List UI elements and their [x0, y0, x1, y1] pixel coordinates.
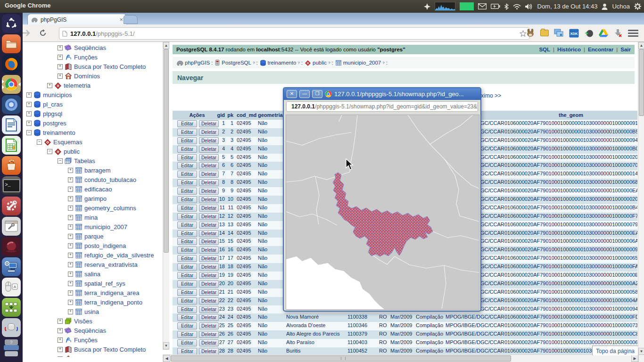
- edit-button[interactable]: Editar: [177, 146, 197, 153]
- edit-button[interactable]: Editar: [177, 263, 197, 271]
- cell-the-geom[interactable]: 0106000020AF7901000100000001030000000100…: [504, 179, 637, 185]
- bluetooth-icon[interactable]: [504, 3, 509, 10]
- tree-expander-icon[interactable]: +: [68, 234, 73, 239]
- tree-item-treinamento[interactable]: −treinamento: [23, 128, 163, 137]
- edit-button[interactable]: Editar: [177, 348, 197, 355]
- tree-scrollbar[interactable]: ▲ ▼: [163, 41, 170, 350]
- tree-item-spatial_ref_sys[interactable]: +spatial_ref_sys: [23, 279, 163, 288]
- tree-item-seq-ncias[interactable]: +Seqüências: [23, 43, 163, 52]
- tree-scroll-up-icon[interactable]: ▲: [163, 42, 169, 49]
- tree-item-terra_indigena_area[interactable]: +terra_indigena_area: [23, 288, 163, 297]
- edit-button[interactable]: Editar: [177, 230, 197, 237]
- tree-expander-icon[interactable]: +: [68, 272, 73, 277]
- browser-tab-phppggis[interactable]: phpPgGIS ×: [27, 14, 127, 25]
- page-hscrollbar[interactable]: ◀ ▶: [163, 354, 639, 362]
- cell-the-geom[interactable]: 0106000020AF7901000100000001030000000100…: [504, 255, 637, 261]
- page-scroll-left-icon[interactable]: ◀: [163, 355, 170, 362]
- cell-the-geom[interactable]: 0106000020AF7901000100000001030000000100…: [504, 306, 637, 312]
- tree-item-esquemas[interactable]: −Esquemas: [23, 137, 163, 147]
- tree-expander-icon[interactable]: +: [26, 92, 32, 98]
- tree-expander-icon[interactable]: +: [68, 243, 73, 248]
- cell-the-geom[interactable]: 0106000020AF7901000100000001030000000100…: [504, 196, 637, 202]
- tree-expander-icon[interactable]: +: [68, 168, 73, 173]
- tree-expander-icon[interactable]: +: [68, 206, 73, 211]
- edit-button[interactable]: Editar: [177, 272, 197, 279]
- tree-expander-icon[interactable]: +: [68, 309, 73, 314]
- dock-item-firefox[interactable]: [2, 55, 21, 74]
- cell-the-geom[interactable]: 0106000020AF7901000100000001030000000100…: [504, 322, 637, 328]
- edit-button[interactable]: Editar: [177, 297, 197, 304]
- tree-item-postgres[interactable]: +postgres: [23, 118, 163, 128]
- cell-the-geom[interactable]: 0106000020AF7901000100000001030000000100…: [504, 247, 637, 252]
- edit-button[interactable]: Editar: [177, 213, 197, 220]
- tree-expander-icon[interactable]: +: [58, 319, 63, 324]
- tree-item-busca-por-texto-completo[interactable]: +Busca por Texto Completo: [23, 345, 163, 354]
- tree-expander-icon[interactable]: −: [58, 158, 63, 164]
- tree-item-public[interactable]: −public: [23, 147, 163, 156]
- tree-item-pl_cras[interactable]: +pl_cras: [23, 99, 163, 109]
- edit-button[interactable]: Editar: [177, 314, 197, 321]
- tree-expander-icon[interactable]: +: [68, 253, 73, 258]
- tree-item-reserva_extrativista[interactable]: +reserva_extrativista: [23, 260, 163, 269]
- tree-item-tabelas[interactable]: −Tabelas: [23, 156, 163, 165]
- folder-extension-icon[interactable]: [540, 30, 549, 36]
- new-tab-button[interactable]: [124, 15, 138, 24]
- dock-item-libreoffice-writer[interactable]: [2, 115, 21, 134]
- dock-item-terminal[interactable]: >_: [2, 176, 21, 195]
- breadcrumb-treinamento[interactable]: treinamento?:: [260, 60, 303, 66]
- cell-the-geom[interactable]: 0106000020AF7901000100000001030000000100…: [504, 297, 637, 303]
- edit-button[interactable]: Editar: [177, 339, 197, 346]
- tree-expander-icon[interactable]: +: [58, 356, 63, 357]
- cell-the-geom[interactable]: 0106000020AF7901000100000001030000000100…: [504, 129, 637, 134]
- tree-expander-icon[interactable]: +: [68, 224, 73, 230]
- tree-expander-icon[interactable]: −: [26, 130, 32, 135]
- tree-expander-icon[interactable]: +: [68, 290, 73, 296]
- cell-the-geom[interactable]: 0106000020AF7901000100000001030000000100…: [504, 213, 637, 219]
- cell-the-geom[interactable]: 0106000020AF7901000100000001030000000100…: [504, 280, 637, 286]
- tree-expander-icon[interactable]: +: [58, 328, 63, 333]
- xmarks-icon[interactable]: [526, 28, 535, 38]
- tree-item-dom-nios[interactable]: +Domínios: [23, 71, 163, 81]
- cell-the-geom[interactable]: 0106000020AF7901000100000001030000000100…: [504, 289, 637, 295]
- system-monitor-icon[interactable]: [435, 2, 455, 11]
- popup-title-bar[interactable]: ✕ — ❐ 127.0.0.1/phppggis-5.1/showmap.php…: [284, 88, 480, 100]
- help-link[interactable]: ?: [253, 61, 255, 65]
- edit-button[interactable]: Editar: [177, 154, 197, 161]
- dock-item-software-center[interactable]: [2, 156, 21, 175]
- tree-expander-icon[interactable]: +: [68, 187, 73, 192]
- tree-expander-icon[interactable]: +: [68, 177, 73, 182]
- tree-expander-icon[interactable]: +: [68, 215, 73, 220]
- tree-item-barragem[interactable]: +barragem: [23, 165, 163, 175]
- notifier-icon[interactable]: [424, 3, 430, 10]
- clipper-extension-icon[interactable]: [584, 28, 594, 38]
- dock-item-chrome[interactable]: [2, 75, 21, 94]
- dock-item-onboard-keyboard[interactable]: [2, 298, 21, 317]
- edit-button[interactable]: Editar: [177, 188, 197, 195]
- cell-the-geom[interactable]: 0106000020AF7901000100000001030000000100…: [504, 188, 637, 193]
- edit-button[interactable]: Editar: [177, 171, 197, 178]
- download-extension-icon[interactable]: [613, 29, 622, 38]
- page-scroll-up-icon[interactable]: ▲: [638, 42, 644, 49]
- dock-item-settings-knob[interactable]: [2, 318, 21, 337]
- breadcrumb-municipio_2007[interactable]: municipio_2007?:: [335, 60, 388, 66]
- tree-expander-icon[interactable]: +: [68, 281, 73, 286]
- tree-item-posto_indigena[interactable]: +posto_indigena: [23, 241, 163, 250]
- tree-item-telemetria[interactable]: +telemetria: [23, 81, 163, 90]
- tree-expander-icon[interactable]: +: [26, 102, 32, 107]
- tree-item-conduto_tubulacao[interactable]: +conduto_tubulacao: [23, 175, 163, 184]
- breadcrumb-postgresql[interactable]: PostgreSQL?:: [215, 59, 257, 66]
- cell-the-geom[interactable]: 0106000020AF7901000100000001030000000100…: [504, 162, 637, 168]
- edit-button[interactable]: Editar: [177, 162, 197, 169]
- tree-item-municipios[interactable]: +municipios: [23, 90, 163, 99]
- edit-button[interactable]: Editar: [177, 306, 197, 313]
- edit-button[interactable]: Editar: [177, 247, 197, 254]
- tree-item-busca-por-texto-completo[interactable]: +Busca por Texto Completo: [23, 62, 163, 71]
- menu-icon[interactable]: [628, 28, 638, 38]
- tree-item-seq-ncias[interactable]: +Seqüências: [23, 326, 163, 335]
- page-scroll-down-icon[interactable]: ▼: [638, 348, 644, 355]
- page-scroll-right-icon[interactable]: ▶: [631, 355, 638, 362]
- tree-item-plpgsql[interactable]: +plpgsql: [23, 109, 163, 118]
- tree-expander-icon[interactable]: +: [68, 262, 73, 267]
- tree-item-salina[interactable]: +salina: [23, 269, 163, 279]
- dock-item-files[interactable]: [2, 34, 21, 53]
